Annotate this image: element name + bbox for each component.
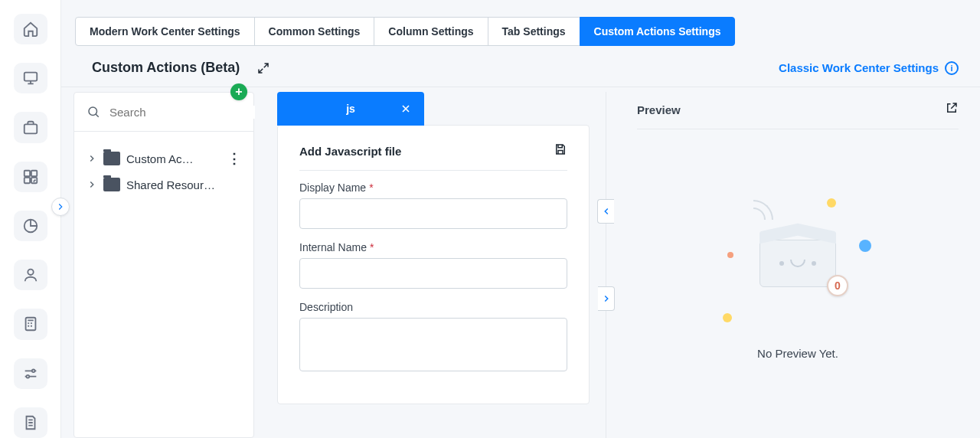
empty-illustration: 0	[721, 191, 874, 328]
svg-rect-4	[24, 178, 29, 183]
tree-item-label: Shared Resour…	[126, 178, 241, 191]
file-tab-js[interactable]: js	[277, 92, 424, 126]
home-icon[interactable]	[14, 14, 47, 44]
classic-link-label: Classic Work Center Settings	[779, 61, 939, 74]
svg-rect-3	[31, 171, 36, 176]
description-label: Description	[299, 301, 567, 313]
tab-custom-actions-settings[interactable]: Custom Actions Settings	[580, 17, 736, 46]
user-icon[interactable]	[14, 260, 47, 290]
sliders-icon[interactable]	[14, 358, 47, 389]
file-tab-label: js	[346, 103, 355, 115]
tree-item-label: Custom Ac…	[126, 152, 221, 165]
tab-column-settings[interactable]: Column Settings	[374, 17, 488, 46]
tree-panel: + Custom Ac… ⋮ Shared Resour…	[74, 92, 254, 438]
file-icon[interactable]	[14, 407, 47, 438]
preview-title: Preview	[637, 103, 681, 116]
svg-point-9	[31, 369, 34, 372]
close-icon[interactable]	[400, 103, 412, 118]
add-button[interactable]: +	[230, 83, 247, 100]
chevron-right-icon	[87, 179, 97, 190]
page-title: Custom Actions (Beta)	[92, 60, 240, 76]
preview-panel: Preview 0 No Preview Yet.	[606, 87, 980, 438]
briefcase-icon[interactable]	[14, 112, 47, 142]
tab-bar: Modern Work Center Settings Common Setti…	[61, 0, 980, 46]
svg-point-10	[26, 374, 29, 378]
search-input[interactable]	[109, 106, 255, 119]
folder-icon	[103, 152, 120, 165]
folder-icon	[103, 178, 120, 191]
tab-tab-settings[interactable]: Tab Settings	[488, 17, 580, 46]
page-header: Custom Actions (Beta) Classic Work Cente…	[61, 46, 980, 87]
classic-work-center-settings-link[interactable]: Classic Work Center Settings i	[779, 61, 959, 75]
description-input[interactable]	[299, 318, 567, 371]
open-external-icon[interactable]	[945, 101, 959, 118]
preview-empty-text: No Preview Yet.	[757, 347, 838, 360]
monitor-icon[interactable]	[14, 63, 47, 93]
svg-point-7	[28, 270, 33, 275]
info-icon[interactable]: i	[945, 61, 959, 75]
svg-rect-1	[24, 124, 37, 133]
svg-rect-2	[24, 171, 29, 176]
svg-point-11	[89, 107, 97, 116]
search-icon	[87, 105, 100, 119]
calculator-icon[interactable]	[14, 309, 47, 339]
internal-name-input[interactable]	[299, 258, 567, 289]
grid-icon[interactable]	[14, 162, 47, 192]
pie-chart-icon[interactable]	[14, 211, 47, 241]
tab-common-settings[interactable]: Common Settings	[254, 17, 375, 46]
internal-name-label: Internal Name*	[299, 241, 567, 253]
display-name-input[interactable]	[299, 198, 567, 229]
main-area: Modern Work Center Settings Common Setti…	[61, 0, 980, 438]
display-name-label: Display Name*	[299, 181, 567, 194]
more-menu-icon[interactable]: ⋮	[227, 154, 241, 163]
form-panel: js Add Javascript file Display Name* Int…	[254, 92, 606, 438]
chevron-right-icon	[87, 153, 97, 164]
form-title: Add Javascript file	[299, 145, 401, 158]
svg-rect-0	[24, 73, 37, 81]
collapse-right-handle[interactable]	[598, 286, 615, 311]
nav-rail	[0, 0, 61, 438]
tree-item-shared-resources[interactable]: Shared Resour…	[82, 172, 246, 198]
expand-icon[interactable]	[256, 61, 270, 75]
preview-count-badge: 0	[827, 275, 848, 296]
save-icon[interactable]	[554, 142, 567, 159]
tab-modern-work-center-settings[interactable]: Modern Work Center Settings	[75, 17, 255, 46]
tree-item-custom-actions[interactable]: Custom Ac… ⋮	[82, 145, 246, 172]
